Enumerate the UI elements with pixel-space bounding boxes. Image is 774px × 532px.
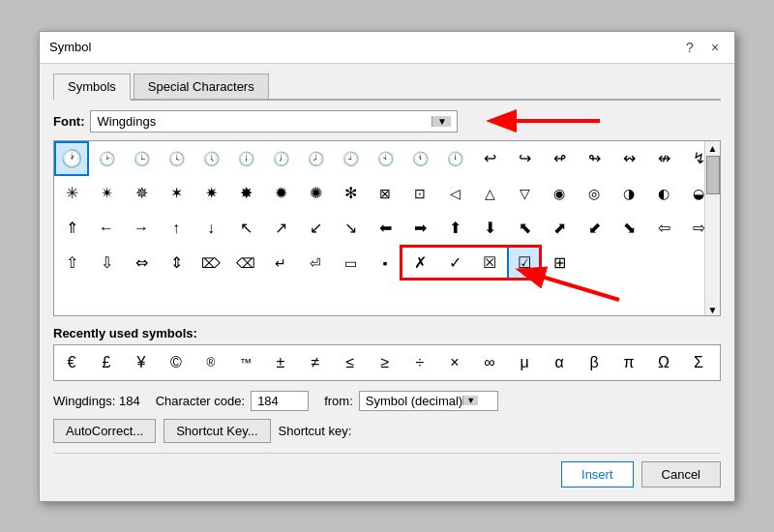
symbol-cell[interactable] [54,281,89,315]
symbol-cell[interactable]: ↖ [228,211,263,246]
symbol-cell[interactable] [646,246,681,281]
symbol-cell[interactable]: ◁ [437,176,472,211]
symbol-cell[interactable] [646,281,681,315]
symbol-cell[interactable]: ◒ [681,176,704,211]
symbol-cell[interactable]: ◑ [611,176,646,211]
recent-symbol[interactable]: × [437,345,472,380]
symbol-cell[interactable] [681,246,704,281]
symbol-cell[interactable]: ✺ [298,176,333,211]
symbol-cell[interactable]: ⊡ [402,176,437,211]
symbol-cell[interactable]: ⬆ [437,211,472,246]
symbol-cell[interactable]: 🕗 [298,141,333,176]
symbol-cell[interactable] [368,281,402,315]
symbol-cell[interactable]: ⬋ [577,211,611,246]
recent-symbol[interactable]: ∞ [472,345,507,380]
symbol-cell[interactable]: ↭ [611,141,646,176]
symbol-cell[interactable] [577,281,611,315]
font-select[interactable]: Wingdings ▼ [90,110,458,133]
symbol-cell[interactable]: ▭ [333,246,368,281]
symbol-cell[interactable]: 🕐 [54,141,89,176]
symbol-cell[interactable]: ⬈ [542,211,577,246]
symbol-cell[interactable]: ⇑ [54,211,89,246]
symbol-cell[interactable]: ⬉ [507,211,542,246]
tab-special-characters[interactable]: Special Characters [134,74,269,99]
symbol-cell[interactable]: ✴ [89,176,124,211]
symbol-cell[interactable]: ⏎ [298,246,333,281]
symbol-cell[interactable]: 🕘 [333,141,368,176]
symbol-cell[interactable]: ⇦ [646,211,681,246]
symbol-cell[interactable]: ⇔ [124,246,159,281]
recent-symbol[interactable]: ® [194,345,228,380]
symbol-cell[interactable]: ✸ [228,176,263,211]
symbol-cell[interactable]: ✵ [124,176,159,211]
symbol-cell[interactable]: ⊠ [368,176,402,211]
symbol-cell[interactable]: ✹ [263,176,298,211]
symbol-cell[interactable]: ▪ [368,246,402,281]
symbol-cell[interactable]: ↗ [263,211,298,246]
symbol-cell[interactable] [577,246,611,281]
symbol-cell[interactable]: ⇨ [681,211,704,246]
recent-symbol[interactable]: ≤ [333,345,368,380]
recent-symbol[interactable]: ± [263,345,298,380]
symbol-cell[interactable]: ◐ [646,176,681,211]
symbol-cell[interactable]: ⬇ [472,211,507,246]
symbol-cell[interactable] [611,246,646,281]
symbol-cell-checkmark[interactable]: ✓ [437,246,472,281]
symbol-cell[interactable] [89,281,124,315]
symbol-cell[interactable]: ↘ [333,211,368,246]
symbol-cell[interactable]: ↩ [472,141,507,176]
symbol-cell[interactable]: ✶ [159,176,194,211]
recent-symbol[interactable]: Ω [646,345,681,380]
help-button[interactable]: ? [680,38,700,57]
symbol-cell[interactable]: ↵ [263,246,298,281]
symbol-cell[interactable]: ✷ [194,176,228,211]
symbol-cell[interactable]: ⇩ [89,246,124,281]
symbol-cell[interactable]: 🕙 [368,141,402,176]
char-code-input[interactable] [251,391,309,411]
recent-symbol[interactable]: μ [507,345,542,380]
symbol-cell[interactable]: 🕔 [194,141,228,176]
symbol-cell[interactable]: → [124,211,159,246]
symbol-cell[interactable]: ✻ [333,176,368,211]
symbol-cell[interactable]: ⊞ [542,246,577,281]
symbol-cell[interactable] [228,281,263,315]
symbol-cell[interactable] [402,281,437,315]
recent-symbol[interactable]: € [54,345,89,380]
symbol-cell[interactable]: 🕒 [124,141,159,176]
symbol-cell[interactable]: ⬅ [368,211,402,246]
symbol-cell[interactable]: △ [472,176,507,211]
symbol-cell-cross[interactable]: ✗ [402,246,437,281]
symbol-cell[interactable] [333,281,368,315]
symbol-cell[interactable]: ⇕ [159,246,194,281]
symbol-cell[interactable]: ⌦ [194,246,228,281]
symbol-cell[interactable] [472,281,507,315]
symbol-cell[interactable]: 🕕 [228,141,263,176]
symbol-cell[interactable]: ↪ [507,141,542,176]
symbol-cell[interactable] [611,281,646,315]
symbol-cell[interactable]: ⌫ [228,246,263,281]
symbol-cell[interactable]: ↬ [577,141,611,176]
symbol-cell[interactable] [194,281,228,315]
shortcut-key-button[interactable]: Shortcut Key... [164,419,270,443]
tab-symbols[interactable]: Symbols [53,74,131,101]
symbol-cell[interactable] [263,281,298,315]
symbol-cell[interactable]: ↯ [681,141,704,176]
symbol-cell[interactable] [159,281,194,315]
symbol-cell[interactable]: ↫ [542,141,577,176]
recent-symbol[interactable]: Σ [681,345,716,380]
symbol-cell[interactable]: 🕑 [89,141,124,176]
recent-symbol[interactable]: © [159,345,194,380]
autocorrect-button[interactable]: AutoCorrect... [53,419,156,443]
symbol-cell[interactable]: ↓ [194,211,228,246]
symbol-cell[interactable]: ⬊ [611,211,646,246]
symbol-cell[interactable]: ✳ [54,176,89,211]
symbol-cell-box-check[interactable]: ☑ [507,246,542,281]
symbol-cell[interactable] [124,281,159,315]
symbol-cell[interactable]: ↑ [159,211,194,246]
scrollbar-thumb[interactable] [706,156,720,194]
symbol-cell[interactable] [681,281,704,315]
symbol-cell[interactable]: ↙ [298,211,333,246]
symbol-cell[interactable] [542,281,577,315]
close-button[interactable]: × [705,38,725,57]
insert-button[interactable]: Insert [561,461,634,488]
